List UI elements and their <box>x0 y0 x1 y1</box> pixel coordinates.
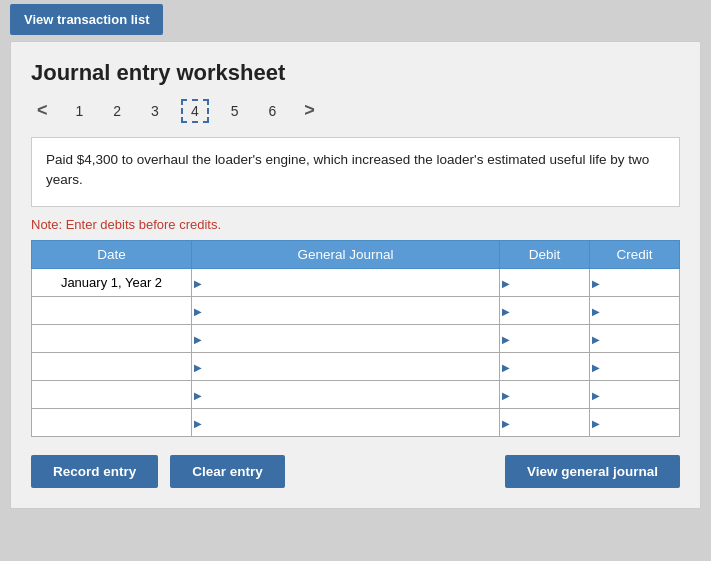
debit-cell[interactable] <box>500 409 590 437</box>
debit-cell[interactable] <box>500 381 590 409</box>
credit-input[interactable] <box>590 381 679 408</box>
description-box: Paid $4,300 to overhaul the loader's eng… <box>31 137 680 207</box>
credit-cell[interactable] <box>590 409 680 437</box>
worksheet-title: Journal entry worksheet <box>31 60 680 86</box>
credit-cell[interactable] <box>590 381 680 409</box>
credit-cell[interactable] <box>590 269 680 297</box>
table-row: January 1, Year 2 <box>32 269 680 297</box>
journal-cell[interactable] <box>192 409 500 437</box>
view-general-journal-button[interactable]: View general journal <box>505 455 680 488</box>
main-card: Journal entry worksheet < 1 2 3 4 5 6 > … <box>10 41 701 509</box>
table-row <box>32 353 680 381</box>
debit-cell[interactable] <box>500 353 590 381</box>
debit-input[interactable] <box>500 381 589 408</box>
credit-cell[interactable] <box>590 297 680 325</box>
table-row <box>32 297 680 325</box>
journal-table: Date General Journal Debit Credit Januar… <box>31 240 680 437</box>
date-cell <box>32 325 192 353</box>
date-cell <box>32 381 192 409</box>
table-row <box>32 381 680 409</box>
debit-input[interactable] <box>500 409 589 436</box>
journal-header: General Journal <box>192 241 500 269</box>
credit-input[interactable] <box>590 409 679 436</box>
credit-input[interactable] <box>590 325 679 352</box>
credit-cell[interactable] <box>590 325 680 353</box>
debit-input[interactable] <box>500 297 589 324</box>
credit-cell[interactable] <box>590 353 680 381</box>
next-page-button[interactable]: > <box>298 98 321 123</box>
credit-input[interactable] <box>590 353 679 380</box>
view-transaction-button[interactable]: View transaction list <box>10 4 163 35</box>
debit-input[interactable] <box>500 325 589 352</box>
credit-header: Credit <box>590 241 680 269</box>
record-entry-button[interactable]: Record entry <box>31 455 158 488</box>
clear-entry-button[interactable]: Clear entry <box>170 455 285 488</box>
journal-cell[interactable] <box>192 297 500 325</box>
debit-cell[interactable] <box>500 325 590 353</box>
journal-input[interactable] <box>192 381 499 408</box>
journal-cell[interactable] <box>192 381 500 409</box>
debit-input[interactable] <box>500 269 589 296</box>
journal-input[interactable] <box>192 409 499 436</box>
debit-input[interactable] <box>500 353 589 380</box>
page-2[interactable]: 2 <box>105 99 129 123</box>
journal-cell[interactable] <box>192 353 500 381</box>
date-cell <box>32 353 192 381</box>
page-4[interactable]: 4 <box>181 99 209 123</box>
page-5[interactable]: 5 <box>223 99 247 123</box>
journal-input[interactable] <box>192 269 499 296</box>
page-3[interactable]: 3 <box>143 99 167 123</box>
buttons-row: Record entry Clear entry View general jo… <box>31 455 680 488</box>
credit-input[interactable] <box>590 297 679 324</box>
table-row <box>32 409 680 437</box>
credit-input[interactable] <box>590 269 679 296</box>
debit-cell[interactable] <box>500 269 590 297</box>
date-cell <box>32 297 192 325</box>
date-cell <box>32 409 192 437</box>
date-cell: January 1, Year 2 <box>32 269 192 297</box>
note-text: Note: Enter debits before credits. <box>31 217 680 232</box>
journal-input[interactable] <box>192 297 499 324</box>
journal-input[interactable] <box>192 325 499 352</box>
page-1[interactable]: 1 <box>68 99 92 123</box>
page-6[interactable]: 6 <box>261 99 285 123</box>
date-header: Date <box>32 241 192 269</box>
debit-header: Debit <box>500 241 590 269</box>
journal-cell[interactable] <box>192 325 500 353</box>
prev-page-button[interactable]: < <box>31 98 54 123</box>
journal-input[interactable] <box>192 353 499 380</box>
pagination: < 1 2 3 4 5 6 > <box>31 98 680 123</box>
journal-cell[interactable] <box>192 269 500 297</box>
table-row <box>32 325 680 353</box>
debit-cell[interactable] <box>500 297 590 325</box>
